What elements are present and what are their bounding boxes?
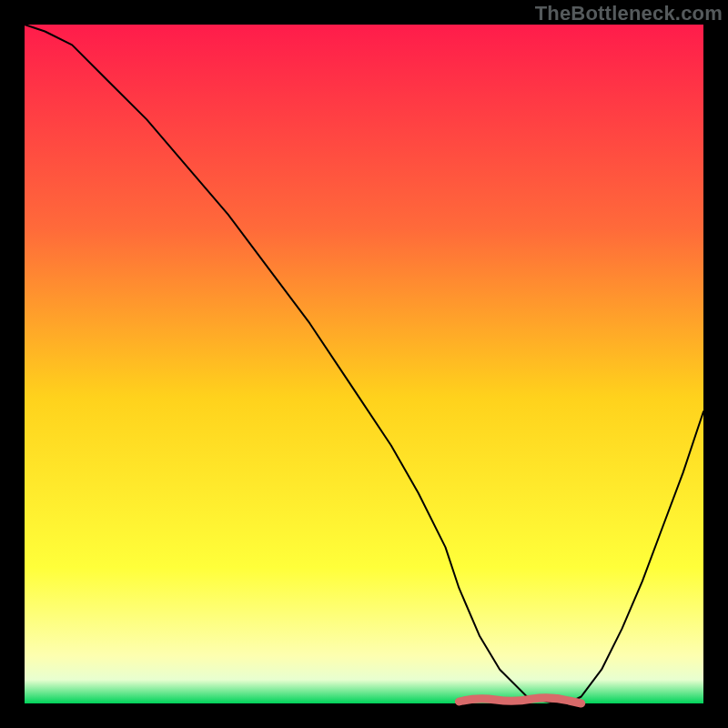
optimum-range-marker — [459, 698, 581, 703]
bottleneck-chart — [0, 0, 728, 728]
gradient-background — [25, 25, 703, 703]
chart-stage: TheBottleneck.com — [0, 0, 728, 728]
